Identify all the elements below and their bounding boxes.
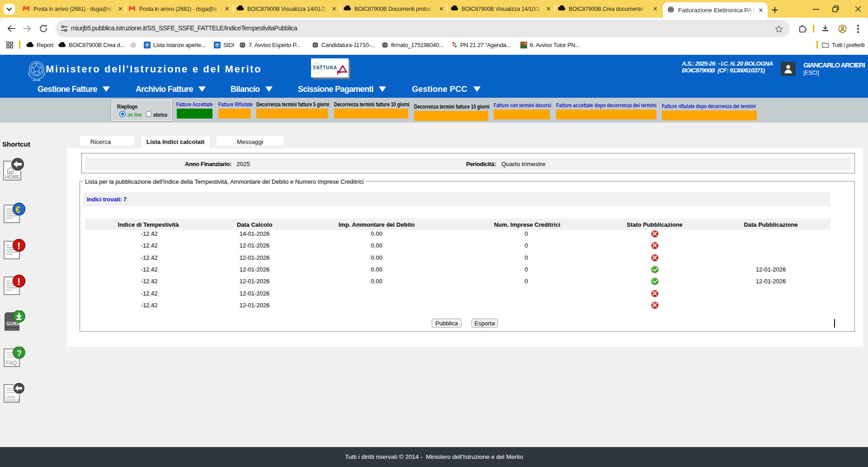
svg-text:!: ! [17,276,20,287]
svg-text:SCUOLE: SCUOLE [5,398,19,402]
svg-text:€: € [15,205,20,214]
svg-text:P: P [337,69,341,76]
svg-text:?: ? [17,349,22,358]
svg-text:FATTURA: FATTURA [313,65,337,70]
svg-text:HOME: HOME [5,174,20,180]
svg-text:FAQ: FAQ [6,360,17,366]
svg-text:!: ! [17,240,20,252]
